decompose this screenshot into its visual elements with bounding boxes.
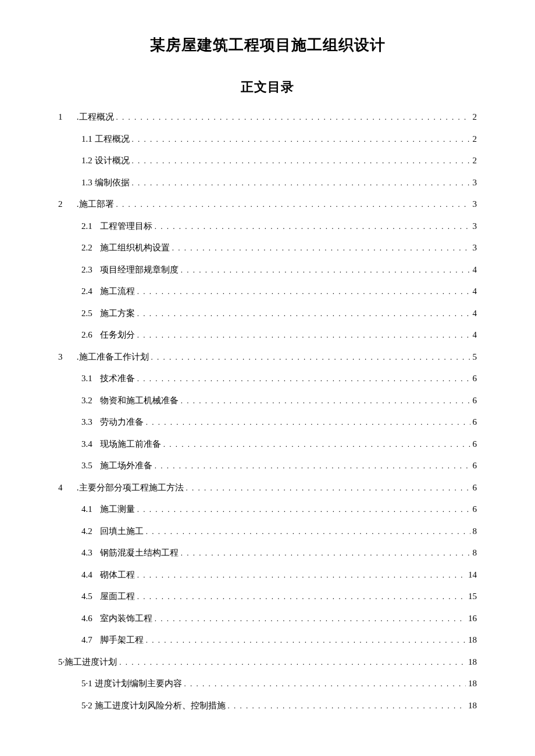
toc-entry: 2.4 施工流程4: [58, 281, 477, 303]
toc-leader-dots: [132, 172, 470, 194]
toc-entry: 4.3 钢筋混凝土结构工程8: [58, 542, 477, 564]
toc-entry-label: 1.2 设计概况: [81, 150, 130, 172]
toc-entry-label: 5·施工进度计划: [58, 651, 117, 673]
toc-entry-label: 3 .施工准备工作计划: [58, 346, 149, 368]
toc-entry-label: 5·1 进度计划编制主要内容: [81, 673, 182, 695]
toc-entry: 4.5 屋面工程15: [58, 586, 477, 608]
toc-entry-text: 5·施工进度计划: [58, 657, 117, 667]
toc-entry-page: 4: [473, 303, 477, 325]
toc-entry: 1.1 工程概况2: [58, 128, 477, 151]
toc-entry: 4 .主要分部分项工程施工方法6: [58, 477, 477, 499]
toc-entry-text: 任务划分: [100, 330, 135, 339]
toc-entry: 2 .施工部署3: [58, 194, 477, 216]
toc-entry: 4.7 脚手架工程18: [58, 629, 477, 651]
toc-leader-dots: [181, 390, 470, 412]
toc-leader-dots: [186, 477, 470, 499]
toc-entry-page: 6: [473, 390, 477, 412]
toc-entry-number: 3.4: [81, 433, 98, 456]
toc-entry-label: 2.3 项目经理部规章制度: [81, 259, 179, 281]
toc-entry-label: 2.1 工程管理目标: [81, 216, 152, 238]
toc-leader-dots: [155, 455, 470, 477]
toc-entry-page: 18: [468, 673, 477, 695]
toc-leader-dots: [146, 411, 470, 433]
toc-entry-page: 6: [473, 455, 477, 477]
toc-entry-label: 1.3 编制依据: [81, 172, 130, 194]
toc-entry-text: 5·1 进度计划编制主要内容: [81, 679, 182, 688]
toc-entry-number: 1: [58, 106, 74, 128]
toc-entry-number: 2.5: [81, 303, 98, 325]
toc-entry-page: 4: [473, 259, 477, 281]
toc-entry-label: 1 .工程概况: [58, 106, 114, 128]
toc-entry-label: 4.5 屋面工程: [81, 586, 135, 608]
toc-entry-page: 2: [473, 106, 477, 128]
toc-entry-text: 屋面工程: [100, 592, 135, 601]
toc-leader-dots: [137, 499, 470, 521]
toc-leader-dots: [163, 433, 470, 456]
toc-entry-page: 16: [468, 608, 477, 630]
toc-entry-page: 18: [468, 651, 477, 673]
toc-entry-page: 8: [473, 542, 477, 564]
toc-entry-text: 工程管理目标: [100, 221, 152, 231]
toc-entry-text: 回填土施工: [100, 526, 144, 536]
toc-entry-label: 2.6 任务划分: [81, 324, 135, 346]
toc-entry: 3.5 施工场外准备6: [58, 455, 477, 477]
toc-entry-page: 2: [473, 128, 477, 151]
toc-entry-number: 4.3: [81, 542, 98, 564]
toc-entry-text: 项目经理部规章制度: [100, 265, 179, 274]
toc-entry-label: 2.4 施工流程: [81, 281, 135, 303]
toc-entry-page: 15: [468, 586, 477, 608]
toc-entry-label: 5·2 施工进度计划风险分析、控制措施: [81, 695, 226, 717]
toc-entry-number: 3.5: [81, 455, 98, 477]
toc-entry-label: 4.7 脚手架工程: [81, 629, 144, 651]
toc-leader-dots: [184, 673, 466, 695]
toc-entry: 2.1 工程管理目标3: [58, 216, 477, 238]
toc-entry-text: 1.2 设计概况: [81, 156, 130, 165]
toc-leader-dots: [137, 281, 470, 303]
toc-leader-dots: [119, 651, 466, 673]
toc-heading: 正文目录: [58, 78, 477, 96]
toc-leader-dots: [137, 303, 470, 325]
toc-entry-page: 18: [468, 695, 477, 717]
toc-entry-page: 3: [473, 194, 477, 216]
toc-entry-label: 3.4 现场施工前准备: [81, 433, 161, 456]
toc-entry-number: 4: [58, 477, 74, 499]
toc-entry-label: 3.1 技术准备: [81, 368, 135, 390]
toc-entry-number: 2: [58, 194, 74, 216]
toc-entry: 3.1 技术准备6: [58, 368, 477, 390]
toc-entry-text: .主要分部分项工程施工方法: [77, 483, 184, 492]
toc-entry-text: .工程概况: [77, 112, 114, 121]
toc-entry: 3.3 劳动力准备6: [58, 411, 477, 433]
toc-leader-dots: [181, 542, 470, 564]
toc-entry-number: 2.3: [81, 259, 98, 281]
toc-entry: 1.2 设计概况2: [58, 150, 477, 172]
toc-entry-label: 4 .主要分部分项工程施工方法: [58, 477, 184, 499]
toc-entry: 5·2 施工进度计划风险分析、控制措施18: [58, 695, 477, 717]
toc-entry-text: 砌体工程: [100, 570, 135, 579]
toc-entry: 5·施工进度计划18: [58, 651, 477, 673]
toc-entry-label: 2.5 施工方案: [81, 303, 135, 325]
toc-leader-dots: [116, 106, 470, 128]
toc-entry-text: .施工准备工作计划: [77, 352, 149, 361]
document-title: 某房屋建筑工程项目施工组织设计: [58, 35, 477, 55]
toc-entry-text: 技术准备: [100, 374, 135, 383]
toc-leader-dots: [155, 216, 470, 238]
toc-leader-dots: [172, 237, 470, 259]
toc-entry-text: 施工流程: [100, 286, 135, 296]
toc-entry-text: 劳动力准备: [100, 417, 144, 427]
toc-entry-number: 4.7: [81, 629, 98, 651]
toc-entry-page: 8: [473, 521, 477, 543]
toc-entry-text: 现场施工前准备: [100, 439, 161, 449]
toc-entry-number: 4.2: [81, 521, 98, 543]
toc-leader-dots: [132, 128, 470, 151]
toc-entry-text: 室内装饰工程: [100, 614, 152, 623]
toc-entry-number: 2.6: [81, 324, 98, 346]
toc-entry-text: 施工场外准备: [100, 461, 152, 470]
toc-entry-text: 1.1 工程概况: [81, 134, 130, 144]
toc-leader-dots: [146, 629, 466, 651]
toc-entry-text: 钢筋混凝土结构工程: [100, 548, 179, 557]
toc-entry-page: 3: [473, 237, 477, 259]
toc-entry-label: 1.1 工程概况: [81, 128, 130, 151]
toc-entry-text: 施工测量: [100, 504, 135, 514]
toc-leader-dots: [181, 259, 470, 281]
toc-entry-page: 14: [468, 564, 477, 586]
